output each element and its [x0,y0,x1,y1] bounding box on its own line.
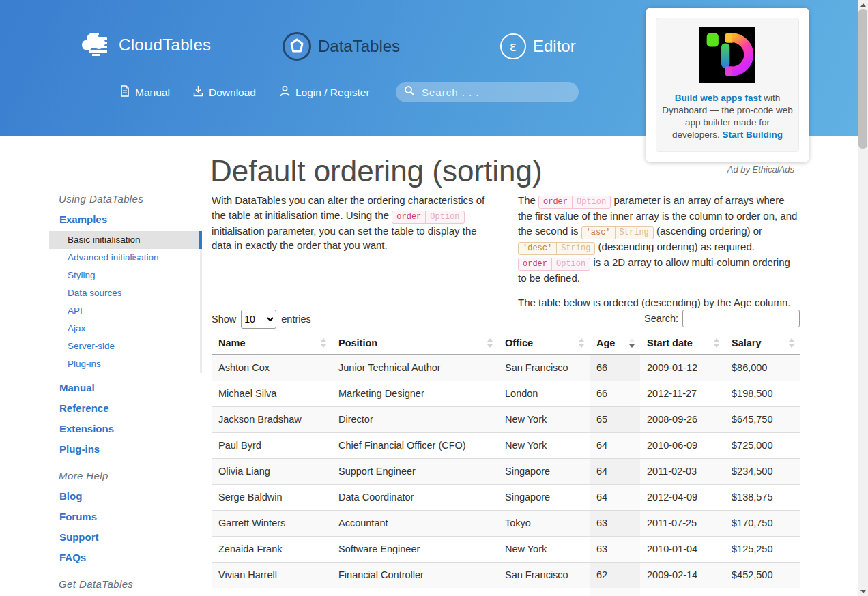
table-search-input[interactable] [682,310,800,327]
table-cell: Marketing Designer [332,381,498,406]
table-row: Michael SilvaMarketing DesignerLondon662… [212,381,800,406]
nav-manual[interactable]: Manual [120,85,170,100]
sidebar-subitem-plug-ins[interactable]: Plug-ins [49,355,200,373]
code-reference-tag[interactable]: 'asc'String [581,226,654,239]
table-cell: $138,575 [725,484,800,510]
table-cell: New York [498,432,590,458]
scrollbar-thumb[interactable] [858,9,867,149]
table-cell: 62 [590,562,640,588]
table-row: Zenaida FrankSoftware EngineerNew York63… [212,536,800,562]
sidebar-subitem-basic-initialisation[interactable]: Basic initialisation [49,231,200,249]
sidebar-subitem-api[interactable]: API [49,302,200,320]
ad-secondary-link[interactable]: Start Building [723,130,783,140]
sidebar-item-plug-ins[interactable]: Plug-ins [59,443,202,455]
column-header-salary[interactable]: Salary [725,332,800,355]
nav-login-register[interactable]: Login / Register [280,85,370,100]
table-cell: Junior Technical Author [332,355,498,381]
editor-label: Editor [533,37,576,56]
table-row: Vivian HarrellFinancial ControllerSan Fr… [212,562,800,588]
sidebar-item-manual[interactable]: Manual [59,382,202,393]
page-scrollbar[interactable] [858,0,868,596]
sidebar-subitem-label: Advanced initialisation [68,252,159,263]
sidebar-item-support[interactable]: Support [59,531,202,543]
datatables-logo[interactable]: DataTables [283,32,400,61]
table-cell [640,588,725,596]
code-tag-name: 'asc' [582,227,616,239]
entries-label: entries [281,314,311,325]
sidebar-item-examples[interactable]: Examples [59,213,202,225]
code-reference-tag[interactable]: orderOption [538,196,611,209]
column-header-office[interactable]: Office [498,332,590,355]
paragraph-text: (ascending ordering) or [654,225,762,237]
column-header-name[interactable]: Name [212,332,332,355]
sidebar-subitem-server-side[interactable]: Server-side [49,338,200,355]
table-row: Ashton CoxJunior Technical AuthorSan Fra… [212,355,800,381]
datatables-icon [283,32,311,61]
column-header-label: Name [218,338,246,348]
table-cell: $170,750 [725,510,800,536]
table-cell: 2011-02-03 [640,458,725,484]
ad-attribution: Ad by EthicalAds [646,164,794,175]
sidebar-nav: Using DataTablesExamplesBasic initialisa… [49,191,202,596]
table-cell: 63 [590,510,640,536]
table-cell: 64 [590,432,640,458]
code-reference-tag[interactable]: orderOption [392,211,464,224]
intro-right-paragraph-2: The table below is ordered (descending) … [518,295,800,310]
column-header-age[interactable]: Age [590,332,640,355]
table-cell: 63 [590,536,640,562]
nav-download-label: Download [209,87,256,99]
datatable-controls: Show 10 entries Search: [212,310,800,330]
sidebar-item-blog[interactable]: Blog [59,490,202,502]
sidebar-subitem-ajax[interactable]: Ajax [49,320,200,338]
paragraph-text: The [518,194,538,206]
table-cell: 2012-04-09 [640,484,725,510]
page-length-control: Show 10 entries [212,310,311,329]
editor-logo[interactable]: ε Editor [500,33,576,59]
sidebar-item-forums[interactable]: Forums [59,511,202,522]
intro-text: With DataTables you can alter the orderi… [212,193,800,310]
scrollbar-up-arrow-icon[interactable] [858,0,868,10]
sidebar-item-reference[interactable]: Reference [59,402,202,414]
table-cell: $234,500 [725,458,800,484]
scrollbar-down-arrow-icon[interactable] [858,586,868,596]
sidebar-subitem-styling[interactable]: Styling [49,267,200,284]
table-cell: 2010-06-09 [640,432,725,458]
download-icon [193,85,203,100]
nav-manual-label: Manual [135,87,170,99]
column-header-label: Office [505,338,533,348]
table-row: Garrett WintersAccountantTokyo632011-07-… [212,510,800,536]
sidebar-subitem-advanced-initialisation[interactable]: Advanced initialisation [49,249,200,267]
table-cell: San Francisco [498,355,590,381]
datatables-label: DataTables [318,37,400,56]
table-cell: Jackson Bradshaw [212,406,332,432]
header-search-input[interactable] [420,86,557,99]
table-cell: Vivian Harrell [212,562,332,588]
code-tag-type: Option [573,196,610,208]
code-reference-tag[interactable]: 'desc'String [518,242,595,255]
table-cell: 64 [590,484,640,510]
code-reference-tag[interactable]: orderOption [518,258,590,271]
table-cell: 2010-01-04 [640,536,725,562]
nav-download[interactable]: Download [193,85,256,100]
page-length-select[interactable]: 10 [241,310,276,329]
header-search[interactable] [396,82,579,102]
intro-left-column: With DataTables you can alter the orderi… [212,193,506,310]
column-header-start-date[interactable]: Start date [640,332,725,355]
cloudtables-logo[interactable]: CloudTables [81,30,211,60]
paragraph-text: initialisation parameter, you can set th… [212,225,477,252]
ad-inner: Build web apps fast with Dynaboard — the… [656,18,799,152]
page-title: Default ordering (sorting) [210,154,542,188]
column-header-position[interactable]: Position [332,332,498,355]
nav-login-label: Login / Register [295,87,370,99]
ad-primary-link[interactable]: Build web apps fast [675,93,762,103]
sidebar-subitem-data-sources[interactable]: Data sources [49,284,200,302]
editor-icon: ε [500,33,526,59]
sidebar-item-extensions[interactable]: Extensions [59,423,202,434]
table-cell: 2012-11-27 [640,381,725,406]
show-label: Show [212,314,236,325]
table-cell: Software Engineer [332,536,498,562]
sidebar-item-faqs[interactable]: FAQs [59,552,202,563]
ad-card[interactable]: Build web apps fast with Dynaboard — the… [646,8,809,162]
sidebar-subitem-label: Styling [68,270,96,280]
table-cell [590,588,640,596]
